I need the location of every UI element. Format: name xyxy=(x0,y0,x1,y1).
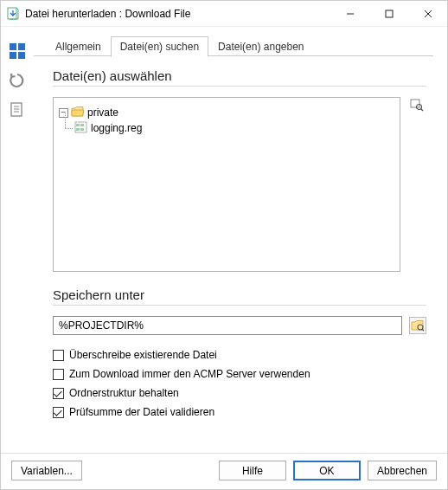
save-path-input[interactable] xyxy=(53,316,402,335)
save-under-heading: Speichern unter xyxy=(53,287,426,302)
close-button[interactable] xyxy=(408,1,447,26)
minimize-button[interactable] xyxy=(330,1,369,26)
reg-file-icon xyxy=(74,121,88,136)
file-tree[interactable]: − private xyxy=(53,97,400,272)
tab-search-files[interactable]: Datei(en) suchen xyxy=(111,36,208,57)
tab-strip: Allgemein Datei(en) suchen Datei(en) ang… xyxy=(34,35,433,56)
tab-specify-files[interactable]: Datei(en) angeben xyxy=(208,36,313,56)
divider xyxy=(53,86,426,87)
tree-node-label: logging.reg xyxy=(91,122,142,134)
variables-button[interactable]: Variablen... xyxy=(11,461,82,480)
svg-rect-5 xyxy=(10,43,16,50)
footer: Variablen... Hilfe OK Abbrechen xyxy=(1,453,447,489)
checkbox-icon[interactable] xyxy=(53,388,64,399)
svg-rect-18 xyxy=(411,100,419,107)
svg-rect-14 xyxy=(76,124,80,126)
checkbox-label: Ordnerstruktur behalten xyxy=(69,387,179,399)
help-button[interactable]: Hilfe xyxy=(219,461,286,480)
checkbox-icon[interactable] xyxy=(53,407,64,418)
tree-node-child[interactable]: logging.reg xyxy=(74,120,394,136)
svg-line-22 xyxy=(422,329,424,331)
select-files-heading: Datei(en) auswählen xyxy=(53,68,426,83)
always-server-checkbox-row[interactable]: Zum Download immer den ACMP Server verwe… xyxy=(53,364,426,384)
window-title: Datei herunterladen : Download File xyxy=(25,8,330,20)
folder-icon xyxy=(71,106,85,120)
tree-node-root[interactable]: − private xyxy=(59,105,394,120)
maximize-button[interactable] xyxy=(369,1,408,26)
tab-page-search: Datei(en) auswählen − xyxy=(34,56,433,453)
left-toolbar xyxy=(1,27,34,453)
svg-line-20 xyxy=(421,109,423,111)
checkbox-label: Prüfsumme der Datei validieren xyxy=(69,406,214,418)
ok-button[interactable]: OK xyxy=(293,461,361,480)
validate-checksum-checkbox-row[interactable]: Prüfsumme der Datei validieren xyxy=(53,403,426,422)
svg-rect-16 xyxy=(76,128,80,131)
main-pane: Allgemein Datei(en) suchen Datei(en) ang… xyxy=(34,27,447,453)
checkbox-label: Zum Download immer den ACMP Server verwe… xyxy=(69,368,310,380)
checkbox-label: Überschreibe existierende Datei xyxy=(69,349,217,361)
svg-rect-15 xyxy=(80,124,84,126)
dialog-window: Datei herunterladen : Download File xyxy=(0,0,448,490)
refresh-tool-icon[interactable] xyxy=(7,70,28,91)
titlebar: Datei herunterladen : Download File xyxy=(1,1,447,27)
overwrite-checkbox-row[interactable]: Überschreibe existierende Datei xyxy=(53,345,426,364)
find-in-tree-button[interactable] xyxy=(409,97,425,113)
svg-rect-13 xyxy=(75,122,86,132)
cancel-button[interactable]: Abbrechen xyxy=(368,461,437,480)
svg-rect-2 xyxy=(386,10,393,17)
checkbox-icon[interactable] xyxy=(53,369,64,380)
checkbox-icon[interactable] xyxy=(53,350,64,361)
app-icon xyxy=(6,7,20,21)
content-area: Allgemein Datei(en) suchen Datei(en) ang… xyxy=(1,27,447,489)
svg-rect-7 xyxy=(10,52,16,59)
tree-node-label: private xyxy=(87,106,118,119)
keep-structure-checkbox-row[interactable]: Ordnerstruktur behalten xyxy=(53,384,426,403)
tab-general[interactable]: Allgemein xyxy=(46,36,111,56)
collapse-icon[interactable]: − xyxy=(59,108,68,118)
svg-rect-8 xyxy=(18,52,25,59)
svg-rect-17 xyxy=(80,128,84,131)
document-tool-icon[interactable] xyxy=(7,100,28,120)
divider xyxy=(53,305,426,306)
browse-folder-button[interactable] xyxy=(409,317,426,334)
grid-tool-icon[interactable] xyxy=(7,41,28,61)
svg-rect-6 xyxy=(18,43,25,50)
